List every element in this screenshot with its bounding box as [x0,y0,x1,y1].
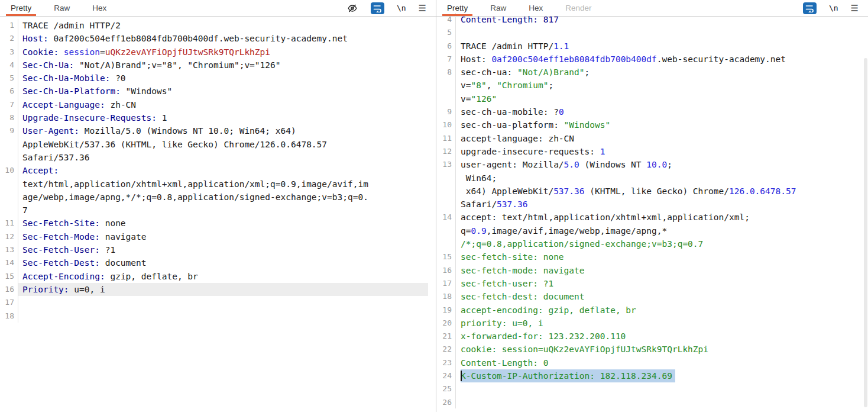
line-text: Priority: u=0, i [18,283,428,296]
code-line[interactable]: 14Sec-Fetch-Dest: document [0,256,436,269]
code-line[interactable]: 15sec-fetch-site: none [436,250,868,263]
code-line[interactable]: 23Content-Length: 0 [436,356,868,369]
code-line[interactable]: Win64; [436,172,868,185]
line-number: 10 [0,164,18,177]
line-number: 9 [436,105,456,118]
code-line[interactable]: text/html,application/xhtml+xml,applicat… [0,178,436,191]
code-line[interactable]: 5Sec-Ch-Ua-Mobile: ?0 [0,72,436,85]
code-line[interactable]: 13Sec-Fetch-User: ?1 [0,243,436,256]
line-number: 24 [436,369,456,382]
code-line[interactable]: 16sec-fetch-mode: navigate [436,264,868,277]
code-line[interactable]: 24K-Custom-IP-Authorization: 182.118.234… [436,369,868,382]
tab-pretty[interactable]: Pretty [11,0,31,16]
code-line[interactable]: 7Accept-Language: zh-CN [0,98,436,111]
code-line[interactable]: v="8", "Chromium"; [436,79,868,92]
newline-toggle-icon[interactable]: \n [397,2,406,14]
line-number: 1 [0,19,18,32]
text-caret [461,371,462,381]
code-line[interactable]: 14accept: text/html,application/xhtml+xm… [436,211,868,224]
code-area[interactable]: 4Content-Length: 81756TRACE /admin HTTP/… [436,13,868,408]
tab-raw[interactable]: Raw [54,0,70,16]
line-text: Content-Length: 0 [461,356,860,369]
code-line[interactable]: 18sec-fetch-dest: document [436,290,868,303]
request-toolbar: \n ☰ [346,2,436,14]
line-text: v="126" [461,92,860,105]
code-line[interactable]: 17 [0,296,436,309]
line-number: 14 [0,256,18,269]
code-line[interactable]: 2Host: 0af200c504eff1eb8084fdb700b400df.… [0,32,436,45]
code-line[interactable]: 9User-Agent: Mozilla/5.0 (Windows NT 10.… [0,124,436,137]
editor-menu-icon[interactable]: ☰ [851,2,859,14]
line-number: 5 [436,26,456,39]
code-line[interactable]: 6Sec-Ch-Ua-Platform: "Windows" [0,85,436,98]
code-line[interactable]: v="126" [436,92,868,105]
code-line[interactable]: 25 [436,382,868,395]
code-line[interactable]: 16Priority: u=0, i [0,283,436,296]
editor-menu-icon[interactable]: ☰ [419,2,426,14]
code-line[interactable]: q=0.9,image/avif,image/webp,image/apng,* [436,224,868,237]
code-line[interactable]: 15Accept-Encoding: gzip, deflate, br [0,270,436,283]
line-text: Content-Length: 817 [461,13,860,26]
code-line[interactable]: Safari/537.36 [0,151,436,164]
code-line[interactable]: 10sec-ch-ua-platform: "Windows" [436,118,868,131]
line-text: sec-ch-ua: "Not/A)Brand"; [461,66,860,79]
tab-raw[interactable]: Raw [490,0,506,16]
line-text: sec-fetch-user: ?1 [461,277,860,290]
line-text: sec-ch-ua-mobile: ?0 [461,105,860,118]
line-number: 7 [0,98,18,111]
code-line[interactable]: 22cookie: session=uQKz2evAYFiOpjfUJtwSRk… [436,343,868,356]
line-number [436,92,456,105]
tab-pretty[interactable]: Pretty [447,0,468,16]
code-line[interactable]: 7 [0,204,436,217]
wrap-lines-icon[interactable] [803,2,817,14]
code-line[interactable]: 9sec-ch-ua-mobile: ?0 [436,105,868,118]
line-number: 13 [0,243,18,256]
line-number [436,172,456,185]
code-line[interactable]: 18 [0,310,436,323]
tab-hex[interactable]: Hex [529,0,543,16]
code-line[interactable]: Safari/537.36 [436,198,868,211]
line-number [0,138,18,151]
line-text: sec-ch-ua-platform: "Windows" [461,118,860,131]
line-text: priority: u=0, i [461,317,860,330]
code-line[interactable]: 11accept-language: zh-CN [436,132,868,145]
line-number: 5 [0,72,18,85]
code-line[interactable]: 4Sec-Ch-Ua: "Not/A)Brand";v="8", "Chromi… [0,59,436,72]
code-line[interactable]: x64) AppleWebKit/537.36 (KHTML, like Gec… [436,185,868,198]
code-line[interactable]: 26 [436,396,868,408]
newline-toggle-icon[interactable]: \n [829,2,838,14]
code-line[interactable]: 17sec-fetch-user: ?1 [436,277,868,290]
code-line[interactable]: 13user-agent: Mozilla/5.0 (Windows NT 10… [436,158,868,171]
tab-hex[interactable]: Hex [92,0,106,16]
line-text: Cookie: session=uQKz2evAYFiOpjfUJtwSRk9T… [22,46,428,59]
code-line[interactable]: age/webp,image/apng,*/*;q=0.8,applicatio… [0,191,436,204]
tab-render[interactable]: Render [565,0,591,16]
code-line[interactable]: /*;q=0.8,application/signed-exchange;v=b… [436,237,868,250]
code-area[interactable]: 1TRACE /admin HTTP/22Host: 0af200c504eff… [0,17,436,412]
code-line[interactable]: 5 [436,26,868,39]
code-line[interactable]: 8Upgrade-Insecure-Requests: 1 [0,111,436,124]
code-line[interactable]: 6TRACE /admin HTTP/1.1 [436,40,868,53]
code-line[interactable]: 12Sec-Fetch-Mode: navigate [0,230,436,243]
code-line[interactable]: 7Host: 0af200c504eff1eb8084fdb700b400df.… [436,53,868,66]
line-text: sec-fetch-site: none [461,250,860,263]
vertical-scrollbar[interactable] [864,58,867,407]
line-number [0,151,18,164]
code-line[interactable]: 3Cookie: session=uQKz2evAYFiOpjfUJtwSRk9… [0,46,436,59]
code-line[interactable]: 21x-forwarded-for: 123.232.200.110 [436,330,868,343]
code-line[interactable]: 20priority: u=0, i [436,317,868,330]
code-line[interactable]: 11Sec-Fetch-Site: none [0,217,436,230]
hide-matches-icon[interactable] [346,2,358,14]
line-text: /*;q=0.8,application/signed-exchange;v=b… [461,237,860,250]
line-number: 22 [436,343,456,356]
code-line[interactable]: 1TRACE /admin HTTP/2 [0,19,436,32]
code-line[interactable]: AppleWebKit/537.36 (KHTML, like Gecko) C… [0,138,436,151]
line-number: 12 [0,230,18,243]
code-line[interactable]: 12upgrade-insecure-requests: 1 [436,145,868,158]
wrap-lines-icon[interactable] [371,2,384,14]
line-number: 15 [0,270,18,283]
code-line[interactable]: 19accept-encoding: gzip, deflate, br [436,304,868,317]
code-line[interactable]: 10Accept: [0,164,436,177]
line-text: Host: 0af200c504eff1eb8084fdb700b400df.w… [22,32,428,45]
code-line[interactable]: 8sec-ch-ua: "Not/A)Brand"; [436,66,868,79]
